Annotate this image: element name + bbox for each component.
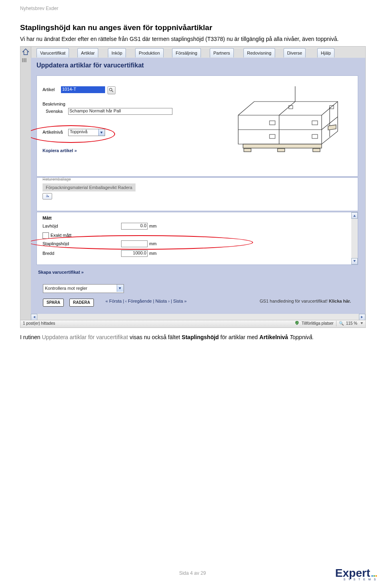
status-posts: 1 post(er) hittades — [23, 321, 55, 326]
label-matt: Mått — [43, 216, 52, 220]
unit-lavhojd: mm — [149, 224, 156, 228]
tab-artiklar[interactable]: Artiklar — [77, 48, 98, 57]
tab-redovisning[interactable]: Redovisning — [243, 48, 275, 57]
tab-hjalp[interactable]: Hjälp — [317, 48, 334, 57]
tab-bar: Varucertifikat Artiklar Inköp Produktion… — [31, 47, 365, 58]
svg-line-1 — [112, 90, 113, 92]
app-page-title: Uppdatera artiklar för varucertifikat — [36, 62, 144, 69]
gs1-help-text: GS1 handledning för varucertifikat! Klic… — [260, 299, 351, 303]
input-bredd[interactable]: 1000.0 — [121, 250, 148, 257]
label-svenska: Svenska — [46, 109, 63, 114]
artikel-search-icon[interactable] — [107, 86, 116, 94]
label-artikel: Artikel — [43, 87, 55, 92]
app-screenshot: Varucertifikat Artiklar Inköp Produktion… — [20, 46, 366, 328]
highlight-oval-artikelniva — [31, 125, 115, 143]
tab-inkop[interactable]: Inköp — [108, 48, 126, 57]
intro-paragraph: Vi har nu ändrat Exder efter en rättelse… — [20, 35, 349, 43]
label-bredd: Bredd — [43, 251, 54, 256]
pager-last[interactable]: Sista » — [173, 299, 187, 303]
page-title: Staplingshöjd kan nu anges även för topp… — [20, 23, 365, 32]
input-artikel[interactable]: 1014-T — [61, 86, 105, 93]
header-forpackning: Förpackningsmaterial Emballagevikt Rader… — [43, 183, 136, 191]
after-paragraph: I rutinen Uppdatera artiklar för varucer… — [20, 334, 365, 341]
link-klicka-har[interactable]: Klicka här. — [329, 299, 351, 303]
pager-prev[interactable]: ‹ Föregående — [125, 299, 152, 303]
chevron-down-icon[interactable] — [361, 322, 363, 324]
svg-rect-11 — [243, 144, 322, 148]
unit-bredd: mm — [149, 251, 156, 256]
svg-rect-12 — [328, 125, 336, 130]
input-lavhojd[interactable]: 0.0 — [121, 223, 148, 230]
highlight-oval-staplingshojd — [31, 235, 253, 250]
badge-icon[interactable]: ∃₃ — [43, 193, 52, 199]
chevron-down-icon — [117, 285, 124, 292]
select-kontrollera-value: Kontrollera mot regler — [45, 286, 87, 291]
pager-links[interactable]: « Första | ‹ Föregående | Nästa › | Sist… — [105, 299, 186, 303]
svg-rect-15 — [313, 149, 320, 152]
expert-logo: Expert S Y S T E M S — [335, 567, 377, 581]
link-kopiera-artikel[interactable]: Kopiera artikel » — [43, 148, 77, 153]
home-icon[interactable] — [22, 48, 29, 57]
scroll-up-icon[interactable] — [351, 212, 358, 219]
header-kicker: Nyhetsbrev Exder — [20, 6, 365, 11]
tab-varucertifikat[interactable]: Varucertifikat — [36, 48, 69, 57]
tab-partners[interactable]: Partners — [210, 48, 234, 57]
label-beskrivning: Beskrivning — [43, 102, 65, 106]
tab-produktion[interactable]: Produktion — [135, 48, 164, 57]
button-spara[interactable]: SPARA — [43, 299, 64, 307]
app-leftstrip — [20, 47, 31, 328]
status-bar: 1 post(er) hittades Tillförlitliga plats… — [20, 320, 365, 328]
status-zoom[interactable]: 115 % — [346, 321, 357, 326]
svg-point-0 — [109, 88, 112, 91]
select-kontrollera[interactable]: Kontrollera mot regler — [43, 284, 124, 293]
input-svenska[interactable]: Schampo Normalt hår Pall — [68, 108, 172, 115]
shield-icon — [295, 321, 299, 326]
scroll-left-icon[interactable] — [31, 314, 37, 320]
page-number: Sida 4 av 29 — [0, 570, 385, 576]
label-lavhojd: Lavhöjd — [43, 224, 58, 228]
pallet-illustration — [233, 83, 346, 155]
leftstrip-handle-icon — [22, 58, 28, 62]
label-returemballage: Returemballage — [43, 177, 71, 181]
horizontal-scrollbar[interactable] — [31, 314, 365, 320]
svg-rect-13 — [244, 149, 251, 152]
tab-diverse[interactable]: Diverse — [284, 48, 306, 57]
scroll-down-icon[interactable] — [351, 258, 358, 264]
checkbox-exakt-matt[interactable] — [43, 232, 49, 239]
pager-first[interactable]: « Första — [105, 299, 122, 303]
panel-matt-scrollbar[interactable] — [351, 212, 358, 264]
status-trusted: Tillförlitliga platser — [302, 321, 334, 326]
zoom-icon[interactable]: 🔍 — [339, 321, 344, 326]
pager-next[interactable]: Nästa › — [155, 299, 169, 303]
scroll-right-icon[interactable] — [359, 314, 365, 320]
app-canvas: Uppdatera artiklar för varucertifikat Ar… — [31, 58, 365, 318]
button-radera[interactable]: RADERA — [69, 299, 94, 307]
link-skapa-varucertifikat[interactable]: Skapa varucertifikat » — [38, 270, 84, 275]
tab-forsaljning[interactable]: Försäljning — [172, 48, 201, 57]
svg-rect-14 — [278, 149, 285, 152]
panel-emballage: Returemballage Förpackningsmaterial Emba… — [36, 177, 358, 211]
